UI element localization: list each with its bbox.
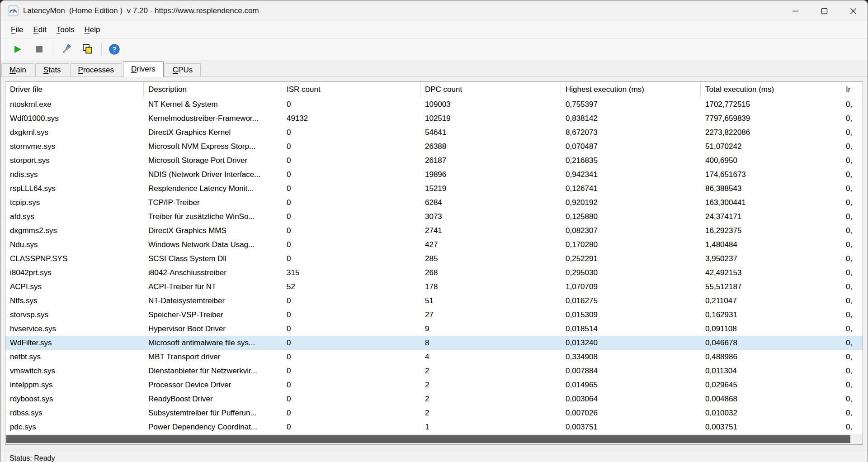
cell-description: NT Kernel & System xyxy=(144,97,282,111)
cell-description: ACPI-Treiber für NT xyxy=(144,280,282,294)
menu-bar: FileEditToolsHelp xyxy=(0,21,868,38)
cell-description: MBT Transport driver xyxy=(144,350,282,364)
tab-cpus[interactable]: CPUs xyxy=(165,63,201,76)
column-header-highest-execution-ms[interactable]: Highest execution (ms) xyxy=(561,82,701,97)
tab-processes[interactable]: Processes xyxy=(70,63,122,76)
content-area: Driver fileDescriptionISR countDPC count… xyxy=(0,77,868,451)
cell-highest-execution-ms: 0,016275 xyxy=(561,294,701,308)
table-row[interactable]: netbt.sysMBT Transport driver040,3349080… xyxy=(5,350,863,364)
cell-interrupt: 0, xyxy=(841,224,863,238)
cell-dpc-count: 19896 xyxy=(420,167,561,181)
cell-driver-file: tcpip.sys xyxy=(5,195,144,210)
table-row[interactable]: pdc.sysPower Dependency Coordinat...010,… xyxy=(5,420,863,434)
maximize-icon xyxy=(821,8,828,14)
cell-description: Treiber für zusätzliche WinSo... xyxy=(144,210,282,224)
cell-isr-count: 0 xyxy=(282,378,420,392)
table-row[interactable]: CLASSPNP.SYSSCSI Class System Dll02850,2… xyxy=(5,252,863,266)
horizontal-scrollbar[interactable] xyxy=(5,434,863,444)
stop-monitor-button[interactable] xyxy=(31,41,47,57)
cell-isr-count: 0 xyxy=(282,181,420,195)
cell-description: DirectX Graphics Kernel xyxy=(144,125,282,139)
cell-driver-file: dxgmms2.sys xyxy=(5,224,144,238)
table-row[interactable]: hvservice.sysHypervisor Boot Driver090,0… xyxy=(5,322,863,336)
close-button[interactable] xyxy=(839,0,868,21)
help-icon: ? xyxy=(108,43,120,55)
cell-isr-count: 52 xyxy=(282,280,420,294)
cell-highest-execution-ms: 0,334908 xyxy=(561,350,701,364)
stop-icon xyxy=(34,44,44,54)
cell-total-execution-ms: 0,004868 xyxy=(701,392,841,406)
toolbar-separator xyxy=(101,43,102,56)
tab-bar: MainStatsProcessesDriversCPUs xyxy=(0,60,868,77)
tab-drivers[interactable]: Drivers xyxy=(123,61,164,77)
cell-driver-file: netbt.sys xyxy=(5,350,144,364)
options-button[interactable] xyxy=(58,41,74,57)
cell-description: Microsoft NVM Express Storp... xyxy=(144,139,282,153)
window-title: LatencyMon (Home Edition ) v 7.20 - http… xyxy=(23,6,781,15)
table-row[interactable]: dxgmms2.sysDirectX Graphics MMS027410,08… xyxy=(5,224,863,238)
menu-item-edit[interactable]: Edit xyxy=(28,23,51,37)
table-row[interactable]: vmswitch.sysDienstanbieter für Netzwerkv… xyxy=(5,364,863,378)
cell-description: Hypervisor Boot Driver xyxy=(144,322,282,336)
horizontal-scrollbar-thumb[interactable] xyxy=(6,435,850,443)
table-row[interactable]: ntoskrnl.exeNT Kernel & System01090030,7… xyxy=(5,97,863,111)
cell-highest-execution-ms: 0,216835 xyxy=(561,153,701,167)
table-row[interactable]: ACPI.sysACPI-Treiber für NT521781,070709… xyxy=(5,280,863,294)
cell-isr-count: 0 xyxy=(282,210,420,224)
cell-driver-file: ndis.sys xyxy=(5,167,144,181)
help-button[interactable]: ? xyxy=(106,41,123,57)
start-monitor-button[interactable] xyxy=(9,41,26,57)
title-bar: LatencyMon (Home Edition ) v 7.20 - http… xyxy=(0,0,868,21)
maximize-button[interactable] xyxy=(810,0,839,21)
cell-interrupt: 0, xyxy=(841,238,863,252)
table-row[interactable]: i8042prt.sysi8042-Anschlusstreiber315268… xyxy=(5,266,863,280)
toolbar: ? xyxy=(0,38,868,60)
cell-description: Speicher-VSP-Treiber xyxy=(144,308,282,322)
app-icon xyxy=(8,5,19,16)
table-row[interactable]: rdbss.sysSubsystemtreiber für Pufferun..… xyxy=(5,406,863,420)
table-row[interactable]: WdFilter.sysMicrosoft antimalware file s… xyxy=(5,336,863,350)
cell-isr-count: 315 xyxy=(282,266,420,280)
table-row[interactable]: dxgkrnl.sysDirectX Graphics Kernel054641… xyxy=(5,125,863,139)
cell-interrupt: 0, xyxy=(841,181,863,195)
cell-interrupt: 0, xyxy=(841,167,863,181)
cell-highest-execution-ms: 0,014965 xyxy=(561,378,701,392)
table-row[interactable]: tcpip.sysTCP/IP-Treiber062840,920192163,… xyxy=(5,195,863,210)
cell-highest-execution-ms: 0,170280 xyxy=(561,238,701,252)
cell-total-execution-ms: 2273,822086 xyxy=(701,125,841,139)
table-row[interactable]: Wdf01000.sysKernelmodustreiber-Framewor.… xyxy=(5,111,863,125)
cell-highest-execution-ms: 0,007026 xyxy=(561,406,701,420)
tab-main[interactable]: Main xyxy=(1,63,34,76)
table-row[interactable]: stornvme.sysMicrosoft NVM Express Storp.… xyxy=(5,139,863,153)
menu-item-tools[interactable]: Tools xyxy=(52,23,80,37)
table-row[interactable]: rspLLL64.sysResplendence Latency Monit..… xyxy=(5,181,863,195)
cell-interrupt: 0, xyxy=(841,195,863,210)
column-header-description[interactable]: Description xyxy=(144,82,282,97)
cell-driver-file: hvservice.sys xyxy=(5,322,144,336)
copy-report-button[interactable] xyxy=(80,41,96,57)
cell-highest-execution-ms: 0,295030 xyxy=(561,266,701,280)
column-header-total-execution-ms[interactable]: Total execution (ms) xyxy=(701,82,841,97)
column-header-interrupt[interactable]: Ir xyxy=(841,82,863,97)
cell-description: Processor Device Driver xyxy=(144,378,282,392)
cell-dpc-count: 2 xyxy=(420,364,561,378)
table-row[interactable]: intelppm.sysProcessor Device Driver020,0… xyxy=(5,378,863,392)
table-row[interactable]: ndis.sysNDIS (Network Driver Interface..… xyxy=(5,167,863,181)
table-row[interactable]: afd.sysTreiber für zusätzliche WinSo...0… xyxy=(5,210,863,224)
cell-description: ReadyBoost Driver xyxy=(144,392,282,406)
tab-stats[interactable]: Stats xyxy=(35,63,69,76)
table-row[interactable]: storport.sysMicrosoft Storage Port Drive… xyxy=(5,153,863,167)
menu-item-help[interactable]: Help xyxy=(79,23,105,37)
table-row[interactable]: Ntfs.sysNT-Dateisystemtreiber0510,016275… xyxy=(5,294,863,308)
table-row[interactable]: storvsp.sysSpeicher-VSP-Treiber0270,0153… xyxy=(5,308,863,322)
cell-dpc-count: 4 xyxy=(420,350,561,364)
menu-item-file[interactable]: File xyxy=(6,23,28,37)
table-row[interactable]: Ndu.sysWindows Network Data Usag...04270… xyxy=(5,238,863,252)
column-header-dpc-count[interactable]: DPC count xyxy=(420,82,561,97)
column-header-driver-file[interactable]: Driver file xyxy=(5,82,144,97)
cell-total-execution-ms: 163,300441 xyxy=(701,195,841,210)
column-header-isr-count[interactable]: ISR count xyxy=(282,82,420,97)
minimize-button[interactable] xyxy=(781,0,810,21)
table-row[interactable]: rdyboost.sysReadyBoost Driver020,0030640… xyxy=(5,392,863,406)
cell-isr-count: 0 xyxy=(282,350,420,364)
